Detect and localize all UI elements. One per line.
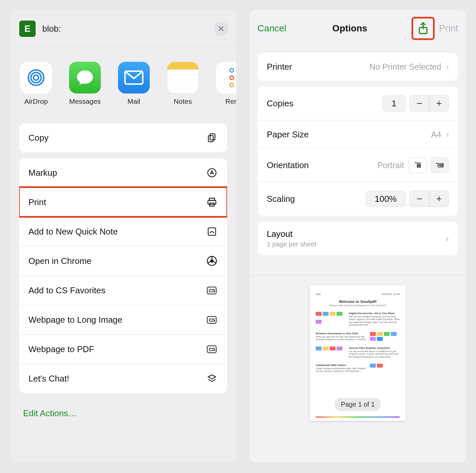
share-targets-row: AirDrop Messages Mail Notes (10, 47, 236, 117)
preview-section-body: Forget mundane administrative tasks. Wit… (316, 367, 367, 373)
svg-rect-4 (210, 134, 215, 140)
scaling-decrement[interactable]: − (410, 191, 429, 207)
layout-label: Layout (267, 229, 316, 239)
preview-section-heading: Access Files Anytime, Anywhere (349, 346, 400, 349)
printer-icon (206, 196, 218, 208)
chevron-right-icon: › (446, 61, 449, 72)
scaling-stepper: − + (410, 191, 449, 207)
scaling-label: Scaling (267, 194, 295, 204)
copies-row: Copies 1 − + (258, 87, 458, 120)
printer-value: No Printer Selected (370, 62, 441, 72)
share-target-label: Notes (174, 97, 192, 105)
cancel-label: Cancel (258, 23, 286, 33)
action-label: Webpage to PDF (28, 344, 94, 354)
orientation-value: Portrait (377, 161, 404, 170)
share-target-airdrop[interactable]: AirDrop (18, 62, 54, 105)
lets-chat-action[interactable]: Let's Chat! (19, 364, 227, 393)
svg-point-15 (418, 164, 419, 165)
chevron-right-icon: › (446, 233, 449, 244)
close-icon: ✕ (218, 24, 225, 34)
copies-stepper: − + (410, 95, 449, 112)
action-label: Markup (28, 168, 57, 178)
preview-title: Welcome to Smallpdf! (316, 300, 400, 304)
share-target-more[interactable]: Ren (214, 62, 236, 105)
cs-icon: CS (206, 314, 218, 326)
print-settings-group: Copies 1 − + Paper Size A4 › Orientation… (258, 87, 458, 216)
copy-action[interactable]: Copy (19, 123, 227, 152)
preview-footer-accent (316, 417, 400, 418)
long-image-action[interactable]: Webpage to Long Image CS (19, 305, 227, 334)
edit-actions-label: Edit Actions… (23, 408, 77, 418)
layout-group: Layout 1 page per sheet › (258, 222, 458, 255)
markup-icon (206, 167, 218, 179)
app-icon-letter: E (24, 23, 31, 34)
page-indicator: Page 1 of 1 (335, 398, 380, 411)
action-label: Copy (28, 133, 49, 143)
edit-actions-button[interactable]: Edit Actions… (10, 399, 236, 428)
print-label: Print (439, 23, 458, 33)
paper-size-row[interactable]: Paper Size A4 › (258, 120, 458, 148)
action-label: Webpage to Long Image (28, 315, 122, 325)
close-button[interactable]: ✕ (214, 21, 228, 36)
print-action[interactable]: Print (19, 187, 227, 217)
preview-section-body: When you right-click on a file, we'll pr… (316, 336, 367, 341)
copy-icon (206, 132, 218, 144)
cs-icon: CS (206, 284, 218, 296)
airdrop-icon (20, 62, 52, 93)
copies-value[interactable]: 1 (382, 95, 406, 112)
scaling-increment[interactable]: + (429, 191, 449, 207)
svg-rect-8 (208, 200, 216, 204)
quick-note-action[interactable]: Add to New Quick Note (19, 217, 227, 246)
orientation-row: Orientation Portrait (258, 148, 458, 182)
printer-group: Printer No Printer Selected › (258, 53, 458, 81)
source-app-icon: E (18, 19, 37, 38)
options-header: Cancel Options Print (250, 10, 466, 47)
svg-rect-19 (441, 164, 443, 166)
mail-icon (118, 62, 150, 93)
share-icon (417, 22, 429, 35)
svg-point-0 (33, 75, 39, 80)
cancel-button[interactable]: Cancel (258, 23, 286, 34)
share-target-mail[interactable]: Mail (116, 62, 152, 105)
svg-rect-16 (418, 165, 420, 166)
webpage-pdf-action[interactable]: Webpage to PDF CS (19, 334, 227, 364)
page-preview[interactable]: blob 10/01/24, 10:53 Welcome to Smallpdf… (310, 285, 406, 421)
chevron-right-icon: › (446, 129, 449, 140)
print-button[interactable]: Print (439, 23, 458, 34)
stack-icon (206, 373, 218, 384)
quick-note-icon (206, 226, 218, 237)
scaling-row: Scaling 100% − + (258, 182, 458, 216)
preview-section-body: With the new Smallpdf experience, you ca… (349, 315, 400, 327)
action-group-main: Markup Print Add to New Quick Note Open … (19, 158, 227, 393)
svg-point-1 (31, 73, 41, 83)
printer-label: Printer (267, 62, 292, 72)
chrome-icon (206, 255, 218, 267)
cs-favorites-action[interactable]: Add to CS Favorites CS (19, 275, 227, 305)
svg-rect-5 (208, 135, 213, 142)
orientation-portrait-toggle[interactable] (409, 157, 427, 173)
layout-row[interactable]: Layout 1 page per sheet › (258, 222, 458, 255)
markup-action[interactable]: Markup (19, 158, 227, 187)
preview-section-body: You can access files stored on Smallpdf … (349, 350, 400, 358)
share-header: E blob: ✕ (10, 10, 236, 47)
orientation-landscape-toggle[interactable] (430, 157, 449, 173)
paper-value: A4 (431, 130, 441, 139)
reminders-icon (216, 62, 236, 93)
print-options-sheet: Cancel Options Print Printer No Printer … (250, 10, 466, 462)
action-label: Open in Chrome (28, 256, 92, 266)
action-group-copy: Copy (19, 123, 227, 152)
copies-increment[interactable]: + (429, 95, 449, 111)
copies-decrement[interactable]: − (410, 95, 429, 111)
open-chrome-action[interactable]: Open in Chrome (19, 246, 227, 275)
action-label: Add to CS Favorites (28, 285, 105, 296)
action-label: Add to New Quick Note (28, 227, 118, 237)
printer-row[interactable]: Printer No Printer Selected › (258, 53, 458, 81)
action-label: Print (28, 197, 46, 207)
share-target-messages[interactable]: Messages (67, 62, 103, 105)
scaling-value[interactable]: 100% (366, 191, 406, 207)
print-preview-area: blob 10/01/24, 10:53 Welcome to Smallpdf… (250, 275, 466, 421)
share-button[interactable] (413, 18, 433, 38)
copies-label: Copies (267, 98, 294, 109)
share-target-notes[interactable]: Notes (165, 62, 201, 105)
share-target-label: Messages (69, 97, 101, 105)
